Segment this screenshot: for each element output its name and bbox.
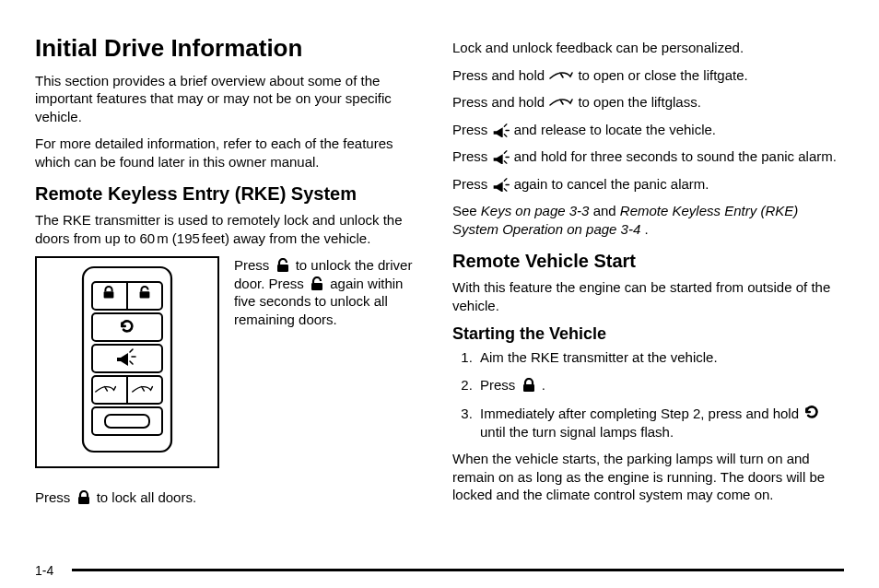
heading-rke: Remote Keyless Entry (RKE) System bbox=[35, 182, 427, 206]
page-number: 1-4 bbox=[35, 562, 61, 579]
cancel-panic-instruction: Press again to cancel the panic alarm. bbox=[452, 175, 844, 194]
text-segment: . bbox=[542, 377, 545, 393]
svg-rect-5 bbox=[92, 313, 162, 341]
rke-description: The RKE transmitter is used to remotely … bbox=[35, 211, 427, 247]
start-result-note: When the vehicle starts, the parking lam… bbox=[452, 450, 844, 504]
page-footer: 1-4 bbox=[35, 562, 844, 579]
intro-paragraph-1: This section provides a brief overview a… bbox=[35, 72, 427, 126]
start-step-1: Aim the RKE transmitter at the vehicle. bbox=[476, 348, 844, 367]
text-segment: Press bbox=[35, 489, 75, 505]
see-references: See Keys on page 3‑3 and Remote Keyless … bbox=[452, 202, 844, 238]
liftgate-instruction: Press and hold to open or close the lift… bbox=[452, 66, 844, 85]
feedback-note: Lock and unlock feedback can be personal… bbox=[452, 39, 844, 57]
page: Initial Drive Information This section p… bbox=[0, 0, 879, 588]
text-segment: Press bbox=[452, 148, 492, 164]
text-segment: See bbox=[452, 203, 481, 218]
svg-rect-11 bbox=[105, 415, 149, 428]
text-segment: to open or close the liftgate. bbox=[578, 67, 747, 83]
text-segment: and release to locate the vehicle. bbox=[514, 122, 716, 137]
heading-initial-drive: Initial Drive Information bbox=[35, 33, 427, 65]
horn-icon bbox=[492, 178, 510, 193]
footer-rule bbox=[72, 569, 844, 571]
locate-instruction: Press and release to locate the vehicle. bbox=[452, 121, 844, 139]
rke-transmitter-figure bbox=[35, 256, 219, 468]
intro-paragraph-2: For more detailed information, refer to … bbox=[35, 135, 427, 171]
lock-icon bbox=[520, 378, 538, 393]
start-step-2: Press . bbox=[476, 376, 844, 394]
lock-icon bbox=[75, 490, 93, 505]
liftgate-icon bbox=[548, 68, 574, 81]
columns: Initial Drive Information This section p… bbox=[35, 33, 844, 551]
text-segment: Press and hold bbox=[452, 94, 548, 110]
heading-remote-start: Remote Vehicle Start bbox=[452, 249, 844, 273]
text-segment: Press bbox=[234, 257, 274, 273]
svg-rect-8 bbox=[92, 407, 162, 435]
text-segment: and bbox=[593, 203, 620, 218]
right-column: Lock and unlock feedback can be personal… bbox=[452, 33, 844, 551]
text-segment: again to cancel the panic alarm. bbox=[514, 176, 709, 192]
text-segment: and hold for three seconds to sound the … bbox=[514, 148, 837, 164]
text-segment: Immediately after completing Step 2, pre… bbox=[480, 406, 803, 421]
start-step-3: Immediately after completing Step 2, pre… bbox=[476, 403, 844, 441]
remote-figure-row: Press to unlock the driver door. Press a… bbox=[35, 256, 427, 468]
text-segment: Press bbox=[480, 377, 520, 393]
heading-starting-vehicle: Starting the Vehicle bbox=[452, 323, 844, 345]
remote-start-description: With this feature the engine can be star… bbox=[452, 278, 844, 314]
text-segment: Press bbox=[452, 176, 492, 192]
unlock-instructions: Press to unlock the driver door. Press a… bbox=[234, 256, 427, 328]
left-column: Initial Drive Information This section p… bbox=[35, 33, 427, 551]
text-segment: to open the liftglass. bbox=[578, 94, 700, 110]
unlock-icon bbox=[274, 258, 292, 273]
text-segment: Press and hold bbox=[452, 67, 548, 83]
horn-icon bbox=[492, 150, 510, 165]
panic-instruction: Press and hold for three seconds to soun… bbox=[452, 147, 844, 166]
liftglass-instruction: Press and hold to open the liftglass. bbox=[452, 93, 844, 112]
liftglass-icon bbox=[548, 95, 574, 108]
text-segment: until the turn signal lamps flash. bbox=[480, 424, 674, 440]
text-segment: . bbox=[644, 221, 648, 237]
horn-icon bbox=[492, 123, 510, 138]
text-segment: to lock all doors. bbox=[97, 489, 196, 505]
reference-keys: Keys on page 3‑3 bbox=[481, 203, 590, 218]
remote-start-icon bbox=[803, 403, 821, 417]
unlock-icon bbox=[308, 276, 326, 291]
text-segment: Press bbox=[452, 122, 492, 137]
lock-instruction: Press to lock all doors. bbox=[35, 488, 427, 507]
start-steps-list: Aim the RKE transmitter at the vehicle. … bbox=[452, 348, 844, 441]
